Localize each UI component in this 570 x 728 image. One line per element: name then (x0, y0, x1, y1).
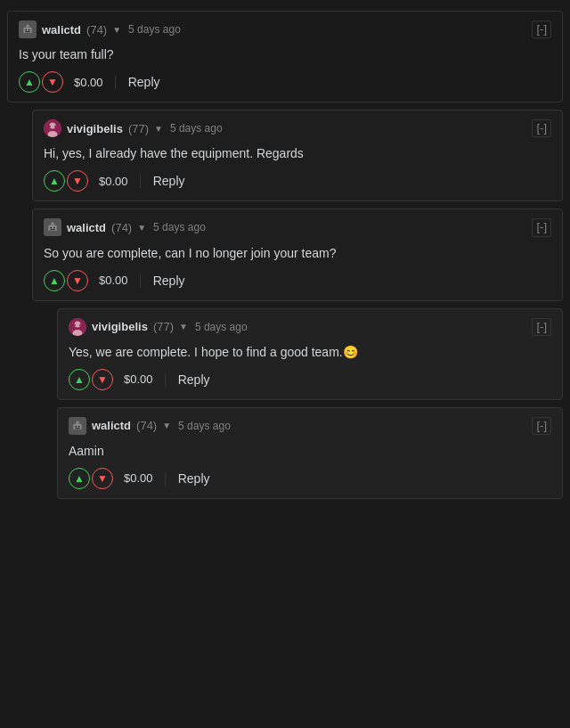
upvote-button[interactable]: ▲ (69, 369, 90, 390)
comment-item: walictd (74) ▼ 5 days ago [-] So you are… (32, 209, 563, 300)
comment-item: walictd (74) ▼ 5 days ago [-] Is your te… (7, 11, 563, 102)
vote-buttons: ▲ ▼ (44, 170, 88, 192)
comment-item: vivigibelis (77) ▼ 5 days ago [-] Hi, ye… (32, 110, 563, 201)
downvote-button[interactable]: ▼ (67, 170, 88, 192)
svg-rect-16 (50, 230, 55, 231)
svg-point-6 (27, 24, 28, 25)
comment-score: $0.00 (99, 175, 128, 188)
comment-timestamp: 5 days ago (178, 420, 231, 432)
comment-actions: ▲ ▼ $0.00 | Reply (44, 170, 551, 192)
vote-buttons: ▲ ▼ (69, 369, 113, 390)
reply-button[interactable]: Reply (153, 174, 185, 188)
avatar-robot-icon (69, 417, 86, 435)
svg-point-15 (53, 227, 55, 229)
comment-header: walictd (74) ▼ 5 days ago [-] (69, 417, 551, 435)
divider: | (139, 273, 142, 289)
dropdown-icon[interactable]: ▼ (112, 25, 121, 35)
svg-point-14 (50, 227, 52, 229)
comment-timestamp: 5 days ago (128, 23, 181, 36)
comment-body: Hi, yes, I already have the equipment. R… (44, 144, 551, 163)
divider: | (164, 372, 167, 388)
svg-point-11 (54, 126, 56, 127)
comment-reputation: (77) (128, 122, 149, 135)
svg-point-22 (74, 324, 76, 326)
comment-header: vivigibelis (77) ▼ 5 days ago [-] (69, 318, 551, 336)
svg-point-18 (52, 223, 53, 224)
comment-actions: ▲ ▼ $0.00 | Reply (19, 71, 551, 93)
dropdown-icon[interactable]: ▼ (154, 124, 163, 134)
comment-thread: walictd (74) ▼ 5 days ago [-] Is your te… (7, 11, 563, 506)
comment-timestamp: 5 days ago (153, 221, 206, 233)
divider: | (164, 470, 167, 487)
comment-item: vivigibelis (77) ▼ 5 days ago [-] Yes, w… (57, 308, 563, 400)
svg-rect-28 (75, 428, 80, 429)
collapse-button[interactable]: [-] (532, 119, 551, 137)
comment-score: $0.00 (99, 274, 128, 287)
reply-button[interactable]: Reply (128, 75, 160, 89)
comment-body: Is your team full? (19, 45, 551, 64)
comment-timestamp: 5 days ago (195, 321, 248, 333)
avatar-robot-icon (44, 218, 61, 236)
svg-point-20 (75, 321, 81, 327)
upvote-button[interactable]: ▲ (44, 270, 65, 291)
svg-rect-4 (25, 31, 30, 32)
dropdown-icon[interactable]: ▼ (137, 223, 146, 233)
comment-reputation: (74) (136, 419, 157, 432)
comment-reputation: (77) (153, 320, 174, 333)
comment-username[interactable]: walictd (92, 419, 131, 432)
comment-username[interactable]: vivigibelis (67, 122, 123, 135)
avatar-robot-icon (19, 20, 37, 38)
divider: | (139, 173, 142, 189)
vote-buttons: ▲ ▼ (44, 270, 88, 291)
reply-button[interactable]: Reply (153, 274, 185, 288)
comment-timestamp: 5 days ago (170, 122, 223, 135)
comment-header: walictd (74) ▼ 5 days ago [-] (19, 20, 551, 38)
svg-point-30 (77, 421, 77, 421)
collapse-button[interactable]: [-] (532, 218, 551, 236)
comment-username[interactable]: walictd (67, 221, 106, 234)
dropdown-icon[interactable]: ▼ (162, 421, 171, 430)
vote-buttons: ▲ ▼ (69, 468, 113, 489)
vote-buttons: ▲ ▼ (19, 71, 63, 93)
upvote-button[interactable]: ▲ (19, 71, 40, 93)
svg-point-10 (49, 126, 51, 127)
svg-point-26 (75, 426, 77, 428)
collapse-button[interactable]: [-] (532, 20, 551, 38)
collapse-button[interactable]: [-] (532, 417, 551, 435)
comment-body: So you are complete, can I no longer joi… (44, 244, 551, 263)
svg-point-23 (79, 324, 81, 326)
collapse-button[interactable]: [-] (532, 318, 551, 336)
svg-point-2 (25, 29, 27, 31)
avatar-user-icon (44, 119, 61, 137)
comment-header: walictd (74) ▼ 5 days ago [-] (44, 218, 551, 236)
comment-header: vivigibelis (77) ▼ 5 days ago [-] (44, 119, 551, 137)
comment-actions: ▲ ▼ $0.00 | Reply (69, 369, 551, 390)
downvote-button[interactable]: ▼ (92, 369, 113, 390)
downvote-button[interactable]: ▼ (42, 71, 63, 93)
svg-point-27 (78, 426, 80, 428)
comment-username[interactable]: walictd (42, 23, 81, 37)
reply-button[interactable]: Reply (178, 372, 210, 387)
downvote-button[interactable]: ▼ (92, 468, 113, 489)
comment-actions: ▲ ▼ $0.00 | Reply (44, 270, 551, 291)
comment-username[interactable]: vivigibelis (92, 320, 148, 333)
comment-score: $0.00 (124, 471, 153, 485)
upvote-button[interactable]: ▲ (44, 170, 65, 192)
comment-reputation: (74) (111, 221, 132, 234)
upvote-button[interactable]: ▲ (69, 468, 90, 489)
comment-score: $0.00 (124, 372, 153, 386)
svg-point-8 (50, 123, 56, 129)
avatar-user-icon (69, 318, 86, 336)
comment-body: Aamin (69, 442, 551, 461)
comment-reputation: (74) (86, 23, 107, 37)
svg-point-3 (28, 29, 30, 31)
comment-actions: ▲ ▼ $0.00 | Reply (69, 468, 551, 489)
downvote-button[interactable]: ▼ (67, 270, 88, 291)
comment-body: Yes, we are complete. I hope to find a g… (69, 343, 551, 362)
reply-button[interactable]: Reply (178, 471, 210, 486)
comment-score: $0.00 (74, 76, 103, 89)
divider: | (114, 74, 118, 90)
comment-item: walictd (74) ▼ 5 days ago [-] Aamin ▲ ▼ … (57, 407, 563, 499)
dropdown-icon[interactable]: ▼ (179, 322, 188, 331)
